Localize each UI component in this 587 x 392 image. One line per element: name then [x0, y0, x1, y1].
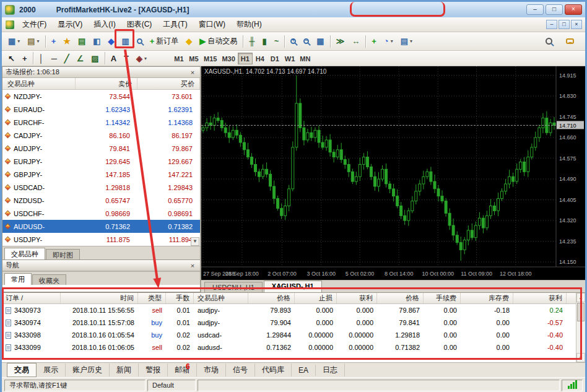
market-watch-row[interactable]: CADJPY-86.16086.197 — [2, 129, 200, 142]
zoom-out-button[interactable]: − — [300, 34, 313, 48]
profiles-button[interactable]: ▤▾ — [24, 34, 43, 48]
market-watch-col-0[interactable]: 交易品种 — [2, 78, 76, 89]
chart-tab-USDCNH-,H1[interactable]: USDCNH-,H1 — [204, 282, 263, 292]
terminal-tab-信号[interactable]: 信号 — [226, 364, 255, 377]
market-watch-row[interactable]: USDJPY-111.875111.894 — [2, 233, 200, 246]
terminal-tab-代码库[interactable]: 代码库 — [255, 364, 292, 377]
timeframe-h4[interactable]: H4 — [253, 53, 267, 64]
table-row[interactable]: 34330992018.10.16 01:06:05sell0.02audusd… — [2, 341, 576, 354]
trade-col-5[interactable]: 价格 — [248, 293, 295, 303]
metaeditor-button[interactable]: ◆ — [182, 34, 196, 48]
scroll-thumb[interactable] — [577, 303, 585, 321]
menu-item-0[interactable]: 文件(F) — [17, 17, 52, 32]
price-chart[interactable]: 27 Sep 201828 Sep 18:002 Oct 07:003 Oct … — [201, 66, 585, 280]
menu-item-3[interactable]: 图表(C) — [121, 17, 158, 32]
navigator-tab-收藏夹[interactable]: 收藏夹 — [32, 274, 66, 285]
timeframe-m1[interactable]: M1 — [172, 53, 186, 64]
equidistant-channel-tool[interactable]: ▨ — [87, 51, 102, 66]
vertical-line-tool[interactable]: │ — [35, 51, 48, 66]
market-watch-row[interactable]: EURCHF-1.143421.14368 — [2, 116, 200, 129]
trade-col-7[interactable]: 获利 — [337, 293, 377, 303]
trade-col-2[interactable]: 类型 — [138, 293, 166, 303]
close-icon[interactable]: × — [188, 69, 197, 76]
text-label-tool[interactable]: T — [120, 51, 133, 66]
scroll-up-icon[interactable]: ▲ — [576, 293, 585, 302]
market-watch-row[interactable]: USDCAD-1.298181.29843 — [2, 181, 200, 194]
cursor-tool[interactable]: ↖ — [4, 51, 19, 66]
terminal-tab-账户历史[interactable]: 账户历史 — [66, 364, 110, 377]
close-button[interactable]: × — [565, 4, 582, 15]
market-watch-row[interactable]: NZDJPY-73.54473.601 — [2, 90, 200, 103]
market-watch-button[interactable]: ▤ — [74, 34, 89, 48]
timeframe-m5[interactable]: M5 — [186, 53, 201, 64]
terminal-tab-新闻[interactable]: 新闻 — [110, 364, 139, 377]
line-chart-button[interactable]: ~ — [271, 34, 283, 48]
timeframe-w1[interactable]: W1 — [282, 53, 298, 64]
market-watch-row[interactable]: NZDUSD-0.657470.65770 — [2, 194, 200, 207]
terminal-tab-展示[interactable]: 展示 — [37, 364, 66, 377]
strategy-tester-button[interactable] — [133, 34, 146, 48]
autotrading-button[interactable]: ▶自动交易 — [196, 34, 241, 48]
new-order-button[interactable]: +新订单 — [146, 34, 183, 48]
mdi-close-button[interactable]: × — [571, 20, 582, 29]
scroll-down-icon[interactable]: ▼ — [191, 237, 199, 246]
timeframe-m30[interactable]: M30 — [219, 53, 237, 64]
terminal-tab-邮箱[interactable]: 邮箱 — [168, 364, 197, 377]
templates-button[interactable]: ▤▾ — [397, 34, 416, 48]
trade-col-11[interactable]: 获利 — [513, 293, 567, 303]
trade-col-6[interactable]: 止损 — [295, 293, 337, 303]
close-icon[interactable]: × — [188, 262, 197, 269]
trade-col-1[interactable]: 时间 — [61, 293, 138, 303]
timeframe-m15[interactable]: M15 — [201, 53, 219, 64]
menu-item-1[interactable]: 显示(V) — [52, 17, 88, 32]
market-watch-row[interactable]: AUDJPY-79.84179.867 — [2, 142, 200, 155]
market-watch-tab-交易品种[interactable]: 交易品种 — [4, 248, 45, 259]
menu-item-2[interactable]: 插入(I) — [88, 17, 121, 32]
table-row[interactable]: 34309742018.10.11 15:57:08buy0.01audjpy-… — [2, 316, 576, 329]
mdi-minimize-button[interactable]: – — [546, 20, 557, 29]
terminal-tab-市场[interactable]: 市场 — [197, 364, 226, 377]
mdi-restore-button[interactable]: □ — [559, 20, 570, 29]
table-row[interactable]: 34330982018.10.16 01:05:54buy0.02usdcad-… — [2, 329, 576, 341]
market-watch-row[interactable]: AUDUSD-0.713620.71382 — [2, 220, 200, 233]
navigator-button[interactable]: ◆ — [104, 34, 118, 48]
horizontal-line-tool[interactable]: ─ — [48, 51, 61, 66]
auto-scroll-button[interactable]: ≫ — [333, 34, 349, 48]
periods-button[interactable]: ◔▾ — [380, 34, 397, 48]
search-button[interactable] — [542, 34, 556, 48]
market-watch-row[interactable]: EURJPY-129.645129.667 — [2, 155, 200, 168]
trade-col-3[interactable]: 手数 — [166, 293, 194, 303]
chart-tab-XAGUSD-,H1[interactable]: XAGUSD-,H1 — [264, 281, 322, 292]
angle-trendline-tool[interactable]: ∠ — [73, 51, 88, 66]
text-tool[interactable]: A — [107, 51, 120, 66]
crosshair-tool[interactable]: + — [19, 51, 31, 66]
menu-item-4[interactable]: 工具(T) — [157, 17, 193, 32]
arrows-tool[interactable]: ◈▾ — [133, 51, 150, 66]
trendline-tool[interactable]: ╱ — [61, 51, 73, 66]
scroll-down-icon[interactable]: ▼ — [576, 353, 585, 362]
menu-item-5[interactable]: 窗口(W) — [193, 17, 231, 32]
chart-shift-button[interactable]: ↔ — [348, 34, 363, 48]
favorites-button[interactable]: ★ — [59, 34, 74, 48]
timeframe-mn[interactable]: MN — [297, 53, 313, 64]
market-watch-col-2[interactable]: 买价 — [137, 78, 200, 89]
terminal-tab-EA[interactable]: EA — [292, 365, 316, 376]
navigator-tab-常用[interactable]: 常用 — [4, 273, 32, 285]
trade-col-8[interactable]: 价格 — [377, 293, 424, 303]
data-window-button[interactable]: ◧ — [89, 34, 104, 48]
terminal-tab-警报[interactable]: 警报 — [139, 364, 168, 377]
market-watch-tab-即时图[interactable]: 即时图 — [46, 249, 80, 259]
market-watch-row[interactable]: USDCHF-0.986690.98691 — [2, 207, 200, 220]
tile-windows-button[interactable]: ▦ — [313, 34, 328, 48]
zoom-in-button[interactable]: + — [287, 34, 300, 48]
timeframe-h1[interactable]: H1 — [238, 53, 253, 64]
market-watch-col-1[interactable]: 卖价 — [76, 78, 137, 89]
maximize-button[interactable]: □ — [546, 4, 563, 15]
market-watch-row[interactable]: GBPJPY-147.185147.221 — [2, 168, 200, 181]
crosshair-move-button[interactable]: + — [48, 34, 60, 48]
trade-col-10[interactable]: 库存费 — [461, 293, 513, 303]
bar-chart-button[interactable]: ╫ — [245, 34, 258, 48]
indicators-button[interactable]: + — [368, 34, 380, 48]
status-profile[interactable]: Default — [147, 380, 196, 391]
timeframe-d1[interactable]: D1 — [267, 53, 282, 64]
